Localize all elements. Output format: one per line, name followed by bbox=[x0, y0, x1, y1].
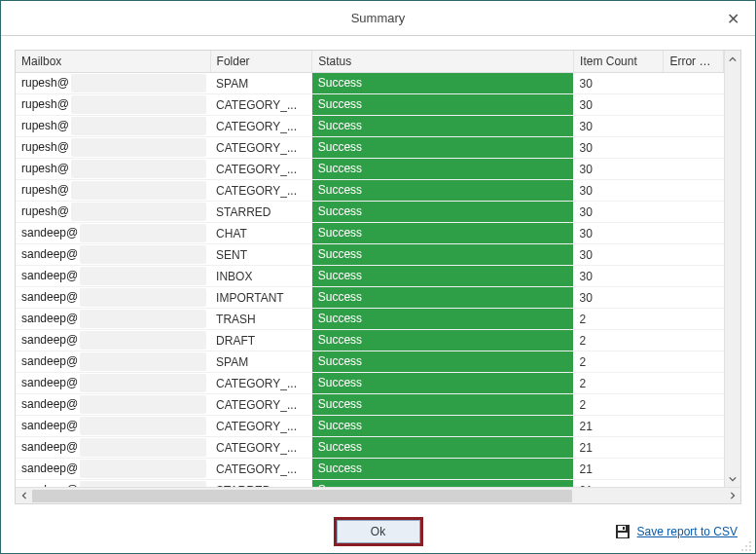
mailbox-redacted bbox=[71, 203, 206, 221]
cell-item-count: 30 bbox=[574, 95, 664, 115]
table-row[interactable]: sandeep@INBOXSuccess30 bbox=[16, 266, 724, 287]
cell-status: Success bbox=[312, 330, 574, 351]
mailbox-redacted bbox=[71, 95, 206, 114]
cell-mailbox: sandeep@ bbox=[16, 223, 80, 243]
cell-folder: CATEGORY_... bbox=[210, 374, 312, 393]
mailbox-redacted bbox=[80, 224, 206, 242]
cell-status: Success bbox=[312, 116, 574, 136]
table-row[interactable]: sandeep@CHATSuccess30 bbox=[16, 223, 724, 244]
col-header-mailbox[interactable]: Mailbox bbox=[16, 51, 210, 73]
cell-folder: STARRED bbox=[210, 203, 312, 222]
table-row[interactable]: sandeep@SPAMSuccess2 bbox=[16, 351, 724, 373]
mailbox-redacted bbox=[80, 460, 206, 478]
dialog-content: Mailbox Folder Status Item Count Error D… bbox=[1, 36, 755, 510]
cell-error-details bbox=[664, 209, 724, 215]
vertical-scrollbar[interactable] bbox=[724, 51, 740, 487]
cell-item-count: 30 bbox=[574, 224, 664, 243]
hscroll-thumb[interactable] bbox=[32, 490, 572, 502]
cell-status: Success bbox=[312, 137, 574, 158]
resize-grip-icon[interactable] bbox=[740, 540, 752, 552]
table-row[interactable]: sandeep@IMPORTANTSuccess30 bbox=[16, 287, 724, 309]
cell-error-details bbox=[664, 381, 724, 387]
table-row[interactable]: sandeep@DRAFTSuccess2 bbox=[16, 330, 724, 351]
cell-folder: DRAFT bbox=[210, 331, 312, 351]
svg-point-6 bbox=[745, 545, 747, 547]
col-header-status[interactable]: Status bbox=[312, 51, 574, 73]
table-row[interactable]: rupesh@CATEGORY_...Success30 bbox=[16, 180, 724, 202]
mailbox-redacted bbox=[80, 245, 206, 264]
col-header-error-details[interactable]: Error Details bbox=[664, 51, 724, 73]
cell-mailbox: sandeep@ bbox=[16, 416, 80, 436]
table-row[interactable]: sandeep@CATEGORY_...Success21 bbox=[16, 459, 724, 480]
mailbox-redacted bbox=[71, 74, 206, 92]
cell-folder: CATEGORY_... bbox=[210, 95, 312, 115]
cell-mailbox: rupesh@ bbox=[16, 202, 71, 222]
cell-folder: INBOX bbox=[210, 267, 312, 286]
ok-button[interactable]: Ok bbox=[337, 520, 420, 543]
table-row[interactable]: sandeep@SENTSuccess30 bbox=[16, 244, 724, 266]
table-header-row: Mailbox Folder Status Item Count Error D… bbox=[16, 51, 724, 73]
cell-folder: CATEGORY_... bbox=[210, 117, 312, 136]
cell-item-count: 2 bbox=[574, 395, 664, 415]
mailbox-redacted bbox=[71, 138, 206, 157]
table-row[interactable]: rupesh@CATEGORY_...Success30 bbox=[16, 116, 724, 137]
horizontal-scrollbar[interactable] bbox=[16, 487, 740, 503]
mailbox-redacted bbox=[80, 417, 206, 435]
table-row[interactable]: sandeep@CATEGORY_...Success2 bbox=[16, 373, 724, 394]
cell-status: Success bbox=[312, 394, 574, 415]
svg-point-9 bbox=[741, 549, 743, 551]
cell-error-details bbox=[664, 295, 724, 301]
col-header-folder[interactable]: Folder bbox=[210, 51, 312, 73]
cell-item-count: 21 bbox=[574, 417, 664, 436]
mailbox-redacted bbox=[71, 181, 206, 200]
cell-item-count: 30 bbox=[574, 181, 664, 201]
cell-status: Success bbox=[312, 266, 574, 286]
col-header-item-count[interactable]: Item Count bbox=[574, 51, 664, 73]
cell-item-count: 30 bbox=[574, 245, 664, 265]
hscroll-track[interactable] bbox=[32, 488, 724, 503]
table-row[interactable]: sandeep@CATEGORY_...Success2 bbox=[16, 394, 724, 416]
save-report-link[interactable]: Save report to CSV bbox=[637, 525, 738, 538]
cell-item-count: 2 bbox=[574, 352, 664, 372]
svg-rect-2 bbox=[618, 533, 628, 537]
table-row[interactable]: rupesh@CATEGORY_...Success30 bbox=[16, 137, 724, 159]
scroll-up-icon[interactable] bbox=[725, 51, 740, 67]
table-row[interactable]: sandeep@CATEGORY_...Success21 bbox=[16, 416, 724, 437]
cell-error-details bbox=[664, 231, 724, 237]
table-row[interactable]: rupesh@CATEGORY_...Success30 bbox=[16, 94, 724, 116]
close-icon[interactable]: ✕ bbox=[721, 7, 745, 29]
table-row[interactable]: sandeep@TRASHSuccess2 bbox=[16, 309, 724, 330]
cell-mailbox: sandeep@ bbox=[16, 373, 80, 393]
cell-error-details bbox=[664, 424, 724, 429]
cell-item-count: 30 bbox=[574, 267, 664, 286]
table-row[interactable]: rupesh@STARREDSuccess30 bbox=[16, 202, 724, 223]
titlebar: Summary ✕ bbox=[1, 1, 755, 36]
cell-error-details bbox=[664, 338, 724, 344]
cell-item-count: 30 bbox=[574, 117, 664, 136]
table-row[interactable]: sandeep@STARREDSuccess21 bbox=[16, 480, 724, 488]
table-row[interactable]: rupesh@SPAMSuccess30 bbox=[16, 73, 724, 94]
cell-error-details bbox=[664, 145, 724, 151]
cell-folder: SENT bbox=[210, 245, 312, 265]
svg-point-4 bbox=[749, 541, 751, 543]
table-row[interactable]: sandeep@CATEGORY_...Success21 bbox=[16, 437, 724, 459]
cell-item-count: 21 bbox=[574, 460, 664, 479]
scroll-right-icon[interactable] bbox=[724, 488, 740, 503]
mailbox-redacted bbox=[80, 352, 206, 371]
cell-error-details bbox=[664, 81, 724, 87]
cell-status: Success bbox=[312, 416, 574, 436]
cell-status: Success bbox=[312, 94, 574, 115]
scroll-down-icon[interactable] bbox=[725, 470, 740, 487]
cell-item-count: 2 bbox=[574, 331, 664, 351]
table-row[interactable]: rupesh@CATEGORY_...Success30 bbox=[16, 159, 724, 180]
cell-status: Success bbox=[312, 287, 574, 308]
summary-dialog: Summary ✕ Mailbox Folder Status bbox=[0, 0, 756, 554]
cell-folder: SPAM bbox=[210, 352, 312, 372]
scroll-left-icon[interactable] bbox=[16, 488, 32, 503]
cell-error-details bbox=[664, 188, 724, 194]
cell-error-details bbox=[664, 466, 724, 472]
cell-status: Success bbox=[312, 244, 574, 265]
cell-status: Success bbox=[312, 159, 574, 179]
cell-mailbox: sandeep@ bbox=[16, 437, 80, 458]
cell-mailbox: rupesh@ bbox=[16, 116, 71, 136]
